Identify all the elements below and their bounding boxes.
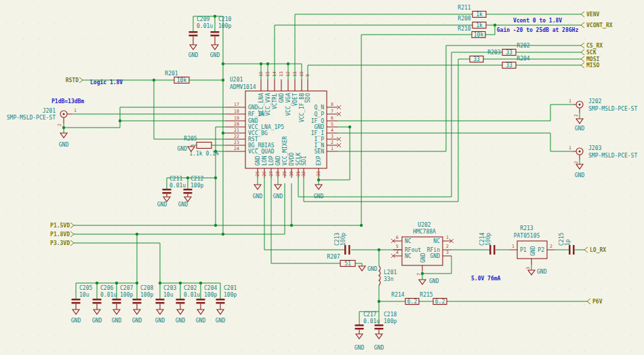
svg-text:C204: C204 [204, 285, 217, 291]
wire-miso-sdo[interactable] [308, 65, 581, 79]
wire-venv[interactable] [295, 14, 581, 79]
svg-text:24: 24 [234, 146, 239, 151]
schematic-canvas[interactable]: RSTD P1.5VD P1.8VD P3.3VD VENV VCONT_RX … [0, 0, 644, 355]
net-label-mosi[interactable]: MOSI [586, 56, 599, 62]
svg-text:51: 51 [344, 261, 351, 267]
svg-text:NC: NC [433, 238, 440, 244]
svg-text:11: 11 [292, 71, 298, 77]
svg-text:100p: 100p [204, 292, 217, 298]
svg-text:33: 33 [473, 56, 480, 62]
svg-text:28: 28 [275, 171, 281, 176]
j201-connector[interactable] [60, 111, 73, 124]
j202-connector[interactable] [573, 101, 583, 113]
svg-text:I_N: I_N [315, 143, 325, 149]
svg-text:3: 3 [446, 250, 449, 255]
wire-spi[interactable] [298, 45, 581, 202]
svg-text:1: 1 [446, 235, 449, 240]
svg-text:NC: NC [405, 238, 411, 244]
j201-ref: J201 [43, 108, 56, 114]
svg-text:14: 14 [272, 71, 277, 77]
svg-text:R203: R203 [487, 50, 500, 56]
svg-text:31: 31 [296, 171, 301, 176]
svg-text:1k: 1k [476, 22, 483, 29]
u202-value: HMC788A [413, 229, 436, 235]
svg-text:SDI: SDI [301, 155, 307, 166]
svg-text:29: 29 [282, 171, 287, 176]
svg-text:2: 2 [331, 140, 334, 145]
svg-text:IF_Q: IF_Q [311, 118, 324, 124]
r205-body[interactable] [197, 143, 212, 149]
svg-text:LOP: LOP [268, 155, 275, 166]
svg-text:GND: GND [188, 52, 199, 58]
svg-text:R210: R210 [458, 26, 470, 32]
svg-text:GND: GND [275, 155, 281, 166]
svg-text:10u: 10u [79, 292, 89, 298]
svg-text:19: 19 [234, 115, 239, 121]
svg-text:VCC_LNA: VCC_LNA [258, 93, 264, 116]
svg-text:Q_P: Q_P [315, 111, 325, 117]
svg-text:16: 16 [258, 71, 264, 77]
svg-text:27: 27 [268, 171, 274, 176]
j203-connector[interactable] [573, 148, 583, 160]
svg-text:7: 7 [416, 273, 422, 276]
net-label-p3v3[interactable]: P3.3VD [50, 240, 70, 246]
no-connect-marks [337, 105, 454, 258]
svg-text:GND: GND [157, 202, 167, 208]
r213-value: PAT0510S [514, 233, 540, 239]
svg-text:33: 33 [316, 171, 321, 176]
j202-value: SMP-MSLD-PCE-ST [588, 106, 637, 112]
net-label-p1v5[interactable]: P1.5VD [50, 223, 70, 229]
svg-text:13: 13 [279, 71, 284, 77]
net-label-p6v[interactable]: P6V [592, 299, 603, 305]
note-vcont-range: Vcont 0 to 1.8V [513, 18, 562, 24]
svg-text:100p: 100p [190, 183, 203, 189]
net-label-vcont-rx[interactable]: VCONT_RX [586, 22, 613, 29]
svg-text:I_P: I_P [315, 136, 325, 143]
svg-text:C217: C217 [363, 312, 376, 318]
svg-text:4: 4 [331, 128, 334, 133]
svg-text:1k: 1k [476, 12, 483, 18]
note-logic-level: Logic 1.8V [90, 79, 123, 86]
svg-text:6.2: 6.2 [435, 299, 445, 305]
svg-text:6: 6 [331, 115, 334, 121]
svg-text:21: 21 [234, 128, 239, 133]
l201-body[interactable] [379, 266, 380, 285]
j201-value: SMP-MSLD-PCE-ST [7, 115, 56, 121]
wire-rf-input[interactable] [64, 107, 225, 133]
svg-text:GND: GND [374, 345, 384, 351]
svg-text:GND: GND [71, 318, 81, 324]
svg-text:26: 26 [262, 171, 267, 176]
svg-text:GND: GND [279, 93, 285, 103]
net-label-sck[interactable]: SCK [586, 50, 597, 56]
net-label-cs-rx[interactable]: CS_RX [586, 43, 603, 49]
svg-text:R214: R214 [391, 292, 404, 298]
svg-text:2: 2 [57, 124, 62, 126]
svg-text:GND: GND [367, 266, 378, 272]
svg-text:33: 33 [506, 62, 512, 69]
svg-text:1p: 1p [565, 239, 571, 246]
components [60, 12, 583, 339]
net-label-miso[interactable]: MISO [586, 62, 599, 69]
svg-text:GND: GND [176, 318, 186, 324]
svg-text:18: 18 [234, 109, 239, 114]
net-label-p1v8[interactable]: P1.8VD [50, 231, 70, 238]
svg-text:0.01u: 0.01u [197, 23, 213, 29]
svg-text:GND: GND [530, 246, 536, 256]
net-label-lo-rx[interactable]: LO_RX [590, 247, 606, 253]
svg-text:RST: RST [248, 136, 258, 143]
svg-text:100p: 100p [140, 292, 153, 298]
svg-text:BG_RBIAS: BG_RBIAS [248, 143, 275, 149]
wire-1v8-decoupling[interactable] [193, 16, 302, 234]
svg-text:R208: R208 [458, 16, 470, 22]
svg-text:C215: C215 [559, 233, 565, 246]
j203-value: SMP-MSLD-PCE-ST [588, 153, 637, 159]
wire-rstd[interactable] [83, 80, 225, 139]
svg-text:9: 9 [305, 74, 310, 77]
net-label-rstd[interactable]: RSTD [66, 77, 79, 83]
svg-text:3: 3 [331, 134, 334, 139]
svg-text:GND: GND [315, 124, 325, 130]
svg-text:6.2: 6.2 [407, 299, 418, 305]
svg-text:GND: GND [253, 193, 263, 200]
svg-text:R207: R207 [327, 254, 340, 260]
net-label-venv[interactable]: VENV [586, 12, 599, 18]
